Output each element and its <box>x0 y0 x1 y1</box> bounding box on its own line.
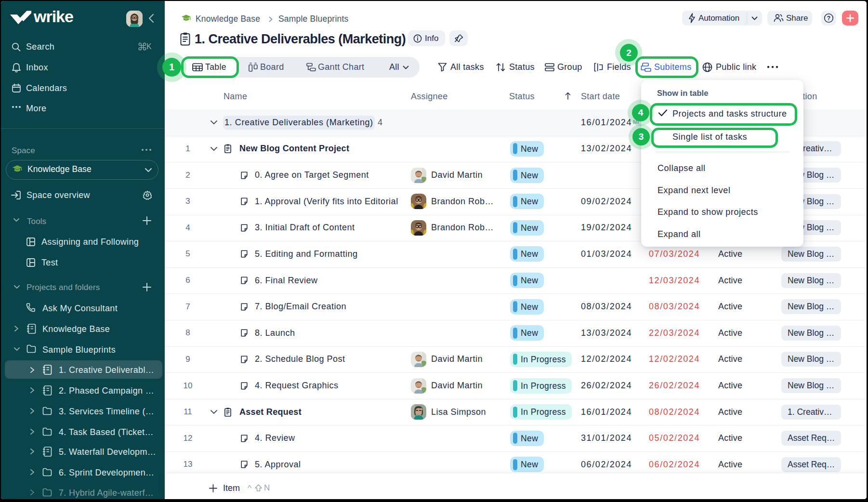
svg-text:?: ? <box>827 15 830 22</box>
